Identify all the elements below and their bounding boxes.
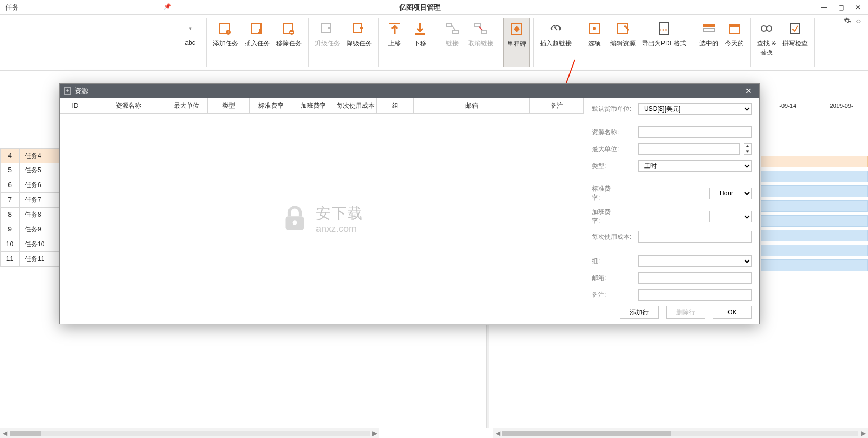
selected-icon	[701, 20, 717, 37]
add-row-button[interactable]: 添加行	[620, 306, 659, 319]
std-rate-label: 标准费率:	[592, 184, 619, 202]
ot-rate-input[interactable]	[623, 211, 710, 222]
col-std-rate[interactable]: 标准费率	[250, 98, 292, 113]
degrade-task-button[interactable]: 降级任务	[343, 18, 375, 67]
table-body[interactable]: 安下载 anxz.com	[60, 114, 584, 324]
svg-rect-11	[446, 24, 452, 27]
resource-form: 默认货币单位: USD[$][美元] 资源名称: 最大单位: ▲▼ 类型: 工时…	[584, 98, 759, 324]
notes-input[interactable]	[638, 289, 752, 301]
watermark: 安下载 anxz.com	[280, 203, 363, 235]
selected-button[interactable]: 选中的	[696, 18, 722, 67]
upgrade-task-button[interactable]: 升级任务	[312, 18, 343, 67]
max-units-input[interactable]	[638, 143, 740, 155]
unlink-button[interactable]: 取消链接	[465, 18, 497, 67]
task-index: 5	[1, 163, 20, 178]
scroll-left-icon[interactable]: ◀	[0, 430, 10, 437]
gantt-bar[interactable]	[761, 200, 868, 212]
remove-task-button[interactable]: 移除任务	[273, 18, 305, 67]
group-label: 组:	[592, 257, 634, 266]
gantt-bar[interactable]	[761, 156, 868, 167]
scroll-thumb[interactable]	[10, 431, 41, 436]
app-title: 亿图项目管理	[19, 3, 820, 12]
gear-icon[interactable]	[844, 17, 851, 24]
insert-task-button[interactable]: 插入任务	[241, 18, 273, 67]
insert-hyperlink-button[interactable]: 插入超链接	[537, 18, 575, 67]
email-input[interactable]	[638, 272, 752, 284]
col-type[interactable]: 类型	[208, 98, 250, 113]
dialog-titlebar[interactable]: 资源 ✕	[60, 84, 759, 98]
move-down-button[interactable]: 下移	[407, 18, 433, 67]
svg-rect-6	[290, 32, 293, 33]
default-currency-select[interactable]: USD[$][美元]	[638, 103, 752, 115]
svg-rect-22	[703, 29, 715, 31]
add-task-button[interactable]: + 添加任务	[210, 18, 241, 67]
gantt-bar[interactable]	[761, 245, 868, 256]
collapse-ribbon-icon[interactable]: ◇	[856, 18, 861, 24]
col-ot-rate[interactable]: 加班费率	[292, 98, 334, 113]
svg-rect-10	[415, 33, 425, 35]
max-units-spinner[interactable]: ▲▼	[744, 143, 752, 155]
gantt-bar[interactable]	[761, 171, 868, 182]
gantt-bar[interactable]	[761, 259, 868, 271]
window-titlebar: 任务 📌 亿图项目管理 — ▢ ✕	[0, 0, 868, 15]
col-cost-use[interactable]: 每次使用成本	[334, 98, 377, 113]
ot-rate-label: 加班费率:	[592, 208, 619, 226]
std-rate-unit-select[interactable]: Hour	[714, 188, 752, 199]
gantt-area: -09-14 2019-09-	[761, 95, 868, 428]
default-currency-label: 默认货币单位:	[592, 105, 634, 114]
left-hscrollbar[interactable]: ◀ ▶	[0, 428, 379, 438]
dialog-close-button[interactable]: ✕	[742, 87, 755, 95]
spell-check-button[interactable]: 拼写检查	[779, 18, 811, 67]
type-select[interactable]: 工时	[638, 160, 752, 172]
cost-use-input[interactable]	[638, 231, 752, 243]
group-select[interactable]	[638, 255, 752, 267]
type-label: 类型:	[592, 162, 634, 171]
right-hscrollbar[interactable]: ◀ ▶	[493, 428, 868, 438]
maximize-button[interactable]: ▢	[837, 4, 845, 11]
spellcheck-icon	[787, 20, 804, 37]
gantt-bar[interactable]	[761, 215, 868, 227]
pin-icon[interactable]: 📌	[164, 3, 171, 10]
email-label: 邮箱:	[592, 274, 634, 283]
gantt-bar[interactable]	[761, 185, 868, 197]
col-email[interactable]: 邮箱	[414, 98, 530, 113]
insert-task-icon	[249, 20, 266, 37]
scroll-right-icon[interactable]: ▶	[858, 430, 868, 437]
std-rate-input[interactable]	[623, 188, 710, 199]
task-index: 10	[1, 237, 20, 251]
col-id[interactable]: ID	[60, 98, 91, 113]
ok-button[interactable]: OK	[713, 306, 752, 319]
scroll-left-icon[interactable]: ◀	[493, 430, 502, 437]
delete-row-button[interactable]: 删除行	[666, 306, 705, 319]
col-max-units[interactable]: 最大单位	[165, 98, 208, 113]
scroll-thumb[interactable]	[502, 431, 671, 436]
edit-resource-button[interactable]: 编辑资源	[607, 18, 639, 67]
task-index: 6	[1, 178, 20, 192]
close-button[interactable]: ✕	[854, 4, 862, 11]
res-name-input[interactable]	[638, 126, 752, 138]
calendar-icon	[726, 20, 743, 37]
watermark-line2: anxz.com	[316, 223, 363, 235]
gantt-bar[interactable]	[761, 230, 868, 241]
link-button[interactable]: 链接	[440, 18, 465, 67]
move-up-button[interactable]: 上移	[382, 18, 407, 67]
export-pdf-button[interactable]: PDF 导出为PDF格式	[639, 18, 689, 67]
ot-rate-unit-select[interactable]	[714, 211, 752, 222]
col-group[interactable]: 组	[377, 98, 414, 113]
vertical-splitter[interactable]	[486, 325, 489, 428]
options-icon	[586, 20, 603, 37]
col-notes[interactable]: 备注	[530, 98, 584, 113]
svg-rect-27	[790, 23, 800, 34]
col-res-name[interactable]: 资源名称	[91, 98, 165, 113]
minimize-button[interactable]: —	[820, 4, 828, 11]
svg-rect-14	[481, 30, 487, 33]
options-button[interactable]: 选项	[582, 18, 607, 67]
task-index: 11	[1, 252, 20, 266]
abc-button[interactable]: ▾ abc	[178, 18, 203, 67]
pdf-icon: PDF	[656, 20, 673, 37]
svg-rect-21	[703, 24, 715, 27]
today-button[interactable]: 今天的	[722, 18, 747, 67]
find-replace-button[interactable]: 查找 &替换	[754, 18, 779, 67]
scroll-right-icon[interactable]: ▶	[370, 430, 379, 437]
milestone-button[interactable]: 里程碑	[503, 18, 530, 67]
